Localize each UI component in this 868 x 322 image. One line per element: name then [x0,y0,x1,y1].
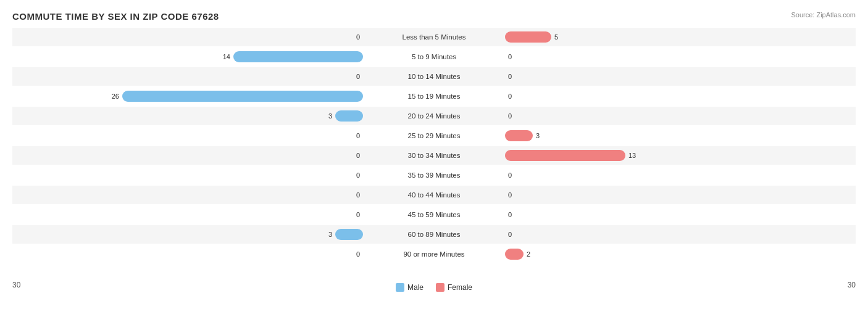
right-section: 13 [505,146,856,165]
legend-female-box [436,283,444,292]
chart-row: 145 to 9 Minutes0 [12,47,856,66]
chart-area: 0Less than 5 Minutes5145 to 9 Minutes001… [12,28,856,277]
value-female: 0 [508,73,512,80]
legend-female-label: Female [448,283,472,292]
row-label: 15 to 19 Minutes [363,93,505,100]
row-label: 5 to 9 Minutes [363,53,505,60]
chart-row: 0Less than 5 Minutes5 [12,28,856,46]
left-section: 0 [12,28,363,46]
left-section: 0 [12,126,363,145]
value-male: 3 [328,231,332,238]
legend: Male Female [396,283,472,292]
source-label: Source: ZipAtlas.com [791,11,856,19]
row-label: 30 to 34 Minutes [363,152,505,159]
right-section: 0 [505,166,856,184]
right-section: 0 [505,225,856,244]
chart-row: 030 to 34 Minutes13 [12,146,856,165]
left-section: 0 [12,146,363,165]
value-male: 0 [356,152,360,159]
left-section: 0 [12,205,363,224]
bar-female [505,31,551,43]
right-section: 0 [505,205,856,224]
legend-male: Male [396,283,424,292]
bar-female [505,150,625,161]
value-female: 0 [508,112,512,120]
row-label: 10 to 14 Minutes [363,73,505,80]
right-section: 0 [505,87,856,105]
right-section: 0 [505,47,856,66]
value-male: 0 [356,250,360,258]
left-section: 0 [12,186,363,204]
row-label: 40 to 44 Minutes [363,191,505,199]
bar-male [335,110,363,122]
chart-row: 025 to 29 Minutes3 [12,126,856,145]
row-label: 20 to 24 Minutes [363,112,505,120]
chart-container: COMMUTE TIME BY SEX IN ZIP CODE 67628 So… [0,0,868,322]
value-female: 0 [508,231,512,238]
right-section: 0 [505,67,856,86]
value-male: 0 [356,132,360,139]
left-section: 0 [12,67,363,86]
axis-bottom: 30 Male Female 30 [12,281,856,292]
legend-male-label: Male [407,283,424,292]
chart-row: 320 to 24 Minutes0 [12,107,856,125]
axis-right-val: 30 [848,281,856,292]
row-label: 45 to 59 Minutes [363,211,505,218]
chart-row: 010 to 14 Minutes0 [12,67,856,86]
value-male: 0 [356,191,360,199]
right-section: 0 [505,186,856,204]
chart-row: 090 or more Minutes2 [12,245,856,263]
bar-male [233,51,363,62]
right-section: 3 [505,126,856,145]
value-female: 2 [527,250,530,258]
row-label: 35 to 39 Minutes [363,171,505,179]
axis-left-val: 30 [12,281,20,292]
row-label: 25 to 29 Minutes [363,132,505,139]
chart-row: 040 to 44 Minutes0 [12,186,856,204]
right-section: 5 [505,28,856,46]
left-section: 14 [12,47,363,66]
left-section: 26 [12,87,363,105]
row-label: Less than 5 Minutes [363,33,505,41]
value-male: 0 [356,211,360,218]
left-section: 0 [12,166,363,184]
value-female: 0 [508,211,512,218]
value-male: 26 [112,93,119,100]
chart-row: 045 to 59 Minutes0 [12,205,856,224]
bar-male [335,229,363,240]
value-female: 0 [508,53,512,60]
left-section: 3 [12,107,363,125]
value-female: 3 [536,132,540,139]
right-section: 2 [505,245,856,263]
left-section: 3 [12,225,363,244]
bar-female [505,249,524,260]
legend-male-box [396,283,404,292]
chart-row: 360 to 89 Minutes0 [12,225,856,244]
value-male: 3 [328,112,332,120]
bar-male [122,91,363,102]
chart-row: 035 to 39 Minutes0 [12,166,856,184]
chart-title: COMMUTE TIME BY SEX IN ZIP CODE 67628 [12,11,856,22]
value-male: 0 [356,171,360,179]
value-female: 0 [508,171,512,179]
value-female: 5 [554,33,558,41]
chart-row: 2615 to 19 Minutes0 [12,87,856,105]
value-female: 0 [508,93,512,100]
value-male: 14 [223,53,230,60]
right-section: 0 [505,107,856,125]
value-female: 13 [628,152,636,159]
legend-female: Female [436,283,472,292]
bar-female [505,130,533,141]
value-male: 0 [356,33,360,41]
value-male: 0 [356,73,360,80]
left-section: 0 [12,245,363,263]
row-label: 90 or more Minutes [363,250,505,258]
row-label: 60 to 89 Minutes [363,231,505,238]
value-female: 0 [508,191,512,199]
